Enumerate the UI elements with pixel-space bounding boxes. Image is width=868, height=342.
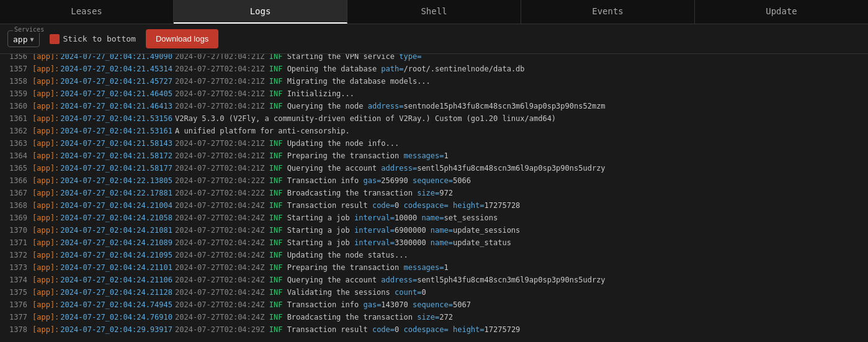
log-timestamp: 2024-07-27_02:04:21.45314 xyxy=(60,63,172,74)
log-tag: [app]: xyxy=(32,76,59,87)
log-line-number: 1357 xyxy=(5,63,27,74)
tab-update[interactable]: Update xyxy=(695,0,868,24)
log-timestamp: 2024-07-27_02:04:24.74945 xyxy=(60,299,172,310)
log-tag: [app]: xyxy=(32,225,59,236)
log-message: 2024-07-27T02:04:24Z INF Validating the … xyxy=(175,287,426,298)
log-row: 1378[app]: 2024-07-27_02:04:29.93917 202… xyxy=(0,323,868,336)
log-row: 1374[app]: 2024-07-27_02:04:24.21106 202… xyxy=(0,274,868,286)
log-line-number: 1370 xyxy=(5,225,27,236)
nav-bar: Leases Logs Shell Events Update xyxy=(0,0,868,24)
log-timestamp: 2024-07-27_02:04:24.21081 xyxy=(60,225,172,236)
log-tag: [app]: xyxy=(32,138,59,149)
log-timestamp: 2024-07-27_02:04:24.21004 xyxy=(60,200,172,211)
log-container[interactable]: 1356[app]: 2024-07-27_02:04:21.49090 202… xyxy=(0,54,868,336)
log-timestamp: 2024-07-27_02:04:21.58177 xyxy=(60,163,172,174)
log-line-number: 1378 xyxy=(5,324,27,335)
log-line-number: 1364 xyxy=(5,150,27,161)
log-row: 1372[app]: 2024-07-27_02:04:24.21095 202… xyxy=(0,249,868,261)
log-line-number: 1371 xyxy=(5,237,27,248)
log-timestamp: 2024-07-27_02:04:24.21095 xyxy=(60,250,172,261)
log-timestamp: 2024-07-27_02:04:24.21106 xyxy=(60,274,172,286)
log-row: 1359[app]: 2024-07-27_02:04:21.46405 202… xyxy=(0,88,868,100)
log-message: A unified platform for anti-censorship. xyxy=(175,125,350,137)
log-tag: [app]: xyxy=(32,175,59,186)
log-line-number: 1365 xyxy=(5,163,27,174)
log-timestamp: 2024-07-27_02:04:21.53156 xyxy=(60,113,172,124)
log-message: 2024-07-27T02:04:21Z INF Opening the dat… xyxy=(175,63,525,74)
log-row: 1365[app]: 2024-07-27_02:04:21.58177 202… xyxy=(0,162,868,174)
log-row: 1362[app]: 2024-07-27_02:04:21.53161 A u… xyxy=(0,125,868,137)
log-line-number: 1361 xyxy=(5,113,27,124)
log-line-number: 1368 xyxy=(5,200,27,211)
chevron-down-icon: ▼ xyxy=(30,36,34,43)
log-row: 1369[app]: 2024-07-27_02:04:24.21058 202… xyxy=(0,212,868,224)
tab-shell[interactable]: Shell xyxy=(347,0,521,24)
log-timestamp: 2024-07-27_02:04:29.93917 xyxy=(60,324,172,335)
log-timestamp: 2024-07-27_02:04:22.13805 xyxy=(60,175,172,186)
toolbar: Services app ▼ Stick to bottom Download … xyxy=(0,24,868,54)
log-message: 2024-07-27T02:04:29Z INF Transaction res… xyxy=(175,324,520,335)
log-row: 1360[app]: 2024-07-27_02:04:21.46413 202… xyxy=(0,100,868,112)
log-timestamp: 2024-07-27_02:04:24.21101 xyxy=(60,262,172,273)
log-row: 1363[app]: 2024-07-27_02:04:21.58143 202… xyxy=(0,137,868,150)
log-line-number: 1362 xyxy=(5,125,27,137)
log-message: 2024-07-27T02:04:24Z INF Starting a job … xyxy=(175,225,520,236)
log-message: 2024-07-27T02:04:24Z INF Transaction res… xyxy=(175,200,520,211)
log-line-number: 1374 xyxy=(5,274,27,286)
tab-logs[interactable]: Logs xyxy=(174,0,347,24)
stick-to-bottom-toggle[interactable]: Stick to bottom xyxy=(50,34,136,44)
log-message: 2024-07-27T02:04:24Z INF Broadcasting th… xyxy=(175,312,453,323)
log-line-number: 1372 xyxy=(5,250,27,261)
log-timestamp: 2024-07-27_02:04:24.21128 xyxy=(60,287,172,298)
log-line-number: 1358 xyxy=(5,76,27,87)
log-message: 2024-07-27T02:04:21Z INF Preparing the t… xyxy=(175,150,449,161)
log-row: 1356[app]: 2024-07-27_02:04:21.49090 202… xyxy=(0,54,868,63)
log-tag: [app]: xyxy=(32,63,59,74)
log-line-number: 1366 xyxy=(5,175,27,186)
log-row: 1377[app]: 2024-07-27_02:04:24.76910 202… xyxy=(0,311,868,323)
log-line-number: 1367 xyxy=(5,187,27,199)
log-message: 2024-07-27T02:04:22Z INF Broadcasting th… xyxy=(175,187,453,199)
log-message: 2024-07-27T02:04:21Z INF Starting the VP… xyxy=(175,54,421,62)
log-line-number: 1375 xyxy=(5,287,27,298)
log-message: 2024-07-27T02:04:21Z INF Querying the no… xyxy=(175,101,606,112)
log-tag: [app]: xyxy=(32,274,59,286)
log-tag: [app]: xyxy=(32,150,59,161)
log-timestamp: 2024-07-27_02:04:24.21058 xyxy=(60,212,172,223)
log-row: 1361[app]: 2024-07-27_02:04:21.53156 V2R… xyxy=(0,112,868,125)
log-line-number: 1363 xyxy=(5,138,27,149)
log-tag: [app]: xyxy=(32,212,59,223)
tab-events[interactable]: Events xyxy=(521,0,695,24)
log-timestamp: 2024-07-27_02:04:21.58172 xyxy=(60,150,172,161)
log-message: 2024-07-27T02:04:24Z INF Preparing the t… xyxy=(175,262,449,273)
log-message: 2024-07-27T02:04:24Z INF Querying the ac… xyxy=(175,274,606,286)
log-tag: [app]: xyxy=(32,163,59,174)
download-logs-button[interactable]: Download logs xyxy=(146,29,218,48)
log-tag: [app]: xyxy=(32,113,59,124)
log-row: 1366[app]: 2024-07-27_02:04:22.13805 202… xyxy=(0,174,868,187)
log-timestamp: 2024-07-27_02:04:21.45727 xyxy=(60,76,172,87)
log-message: 2024-07-27T02:04:21Z INF Querying the ac… xyxy=(175,163,606,174)
log-message: V2Ray 5.3.0 (V2Fly, a community-driven e… xyxy=(175,113,556,124)
stick-to-bottom-checkbox[interactable] xyxy=(50,34,60,44)
log-line-number: 1369 xyxy=(5,212,27,223)
log-message: 2024-07-27T02:04:24Z INF Starting a job … xyxy=(175,237,511,248)
services-legend: Services xyxy=(13,26,45,33)
log-tag: [app]: xyxy=(32,187,59,199)
app-container: Leases Logs Shell Events Update Services… xyxy=(0,0,868,336)
log-row: 1367[app]: 2024-07-27_02:04:22.17881 202… xyxy=(0,187,868,199)
log-row: 1368[app]: 2024-07-27_02:04:24.21004 202… xyxy=(0,199,868,212)
services-dropdown-wrapper[interactable]: Services app ▼ xyxy=(7,30,40,47)
log-timestamp: 2024-07-27_02:04:21.46405 xyxy=(60,88,172,99)
log-tag: [app]: xyxy=(32,299,59,310)
log-tag: [app]: xyxy=(32,324,59,335)
stick-to-bottom-label: Stick to bottom xyxy=(63,34,136,43)
log-tag: [app]: xyxy=(32,54,59,62)
log-timestamp: 2024-07-27_02:04:24.76910 xyxy=(60,312,172,323)
tab-leases[interactable]: Leases xyxy=(0,0,174,24)
log-message: 2024-07-27T02:04:21Z INF Initializing... xyxy=(175,88,354,99)
log-message: 2024-07-27T02:04:21Z INF Migrating the d… xyxy=(175,76,431,87)
log-timestamp: 2024-07-27_02:04:21.53161 xyxy=(60,125,172,137)
log-row: 1370[app]: 2024-07-27_02:04:24.21081 202… xyxy=(0,224,868,236)
log-row: 1376[app]: 2024-07-27_02:04:24.74945 202… xyxy=(0,299,868,311)
